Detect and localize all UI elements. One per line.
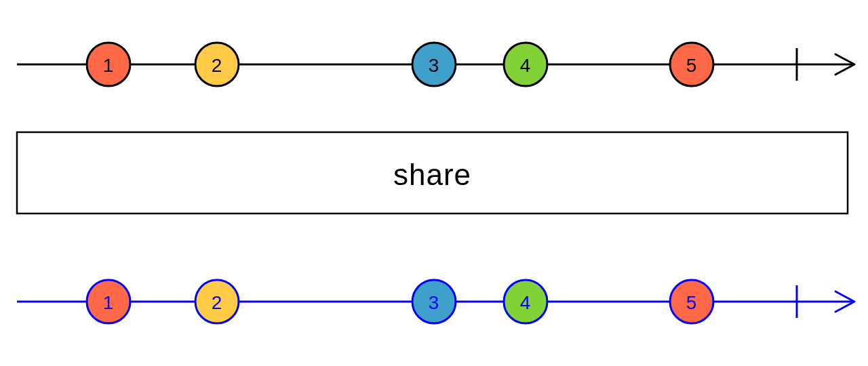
- source-marble-2: 2: [195, 43, 239, 86]
- source-marble-3: 3: [412, 43, 456, 86]
- result-marble-2-label: 2: [212, 292, 223, 313]
- source-marble-3-label: 3: [429, 55, 440, 76]
- source-marble-5-label: 5: [686, 55, 698, 76]
- source-marble-4-label: 4: [520, 55, 532, 76]
- result-marble-4: 4: [504, 280, 547, 323]
- marble-diagram: 12345share12345: [0, 0, 868, 366]
- source-marble-1: 1: [87, 43, 130, 86]
- source-marble-4: 4: [504, 43, 547, 86]
- source-marble-2-label: 2: [212, 55, 223, 76]
- operator-label: share: [393, 158, 471, 191]
- source-marble-1-label: 1: [103, 55, 115, 76]
- result-marble-2: 2: [195, 280, 239, 323]
- result-marble-4-label: 4: [520, 292, 532, 313]
- result-marble-3: 3: [412, 280, 456, 323]
- source-marble-5: 5: [670, 43, 713, 86]
- result-marble-5-label: 5: [686, 292, 698, 313]
- result-marble-3-label: 3: [429, 292, 440, 313]
- result-marble-1-label: 1: [103, 292, 115, 313]
- result-marble-5: 5: [670, 280, 713, 323]
- result-marble-1: 1: [87, 280, 130, 323]
